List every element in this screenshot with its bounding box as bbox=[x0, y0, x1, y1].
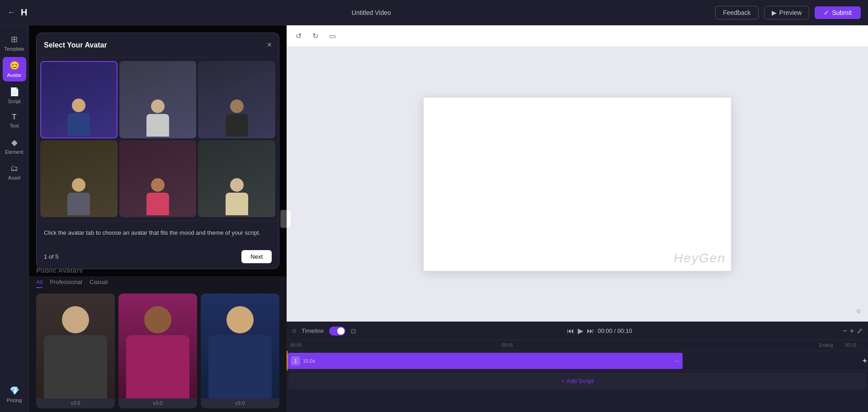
tab-all[interactable]: All bbox=[36, 279, 42, 288]
avatar-badge-2: v3.0 bbox=[153, 398, 163, 408]
avatar-badge-1: v3.0 bbox=[71, 398, 80, 408]
app-logo: H bbox=[21, 7, 27, 18]
back-button[interactable]: ← bbox=[7, 8, 15, 17]
text-icon: T bbox=[12, 113, 17, 121]
sidebar-item-asset[interactable]: 🗂 Asset bbox=[3, 160, 26, 184]
timeline-time: 00:00 / 00:10 bbox=[598, 327, 632, 334]
script-icon: 📄 bbox=[9, 87, 19, 97]
toggle-knob bbox=[337, 327, 344, 335]
sidebar-item-text[interactable]: T Text bbox=[3, 109, 26, 132]
popup-hint-text: Click the avatar tab to choose an avatar… bbox=[44, 228, 272, 237]
timeline-header: ≡ Timeline ⊡ ⏮ ▶ ⏭ 00:00 / 00:10 bbox=[287, 322, 868, 340]
scene-duration: 10.0s bbox=[303, 358, 315, 364]
scene-number: 1 bbox=[291, 356, 300, 365]
ruler-mark-1: 00:05 bbox=[502, 343, 513, 348]
avatar-grid bbox=[37, 57, 279, 221]
preview-button[interactable]: ▶ Preview bbox=[764, 6, 810, 19]
zoom-level: ⊙ bbox=[856, 308, 861, 314]
sidebar-item-template[interactable]: ⊞ Template bbox=[3, 31, 26, 55]
tab-casual[interactable]: Casual bbox=[90, 279, 108, 288]
heygen-watermark: HeyGen bbox=[674, 251, 726, 265]
avatar-thumb-5[interactable] bbox=[119, 140, 197, 218]
ending-label: Ending bbox=[819, 343, 833, 348]
template-icon: ⊞ bbox=[11, 34, 18, 44]
avatar-thumb-3[interactable] bbox=[198, 61, 275, 138]
ruler-mark-0: 00:00 bbox=[290, 343, 302, 348]
public-avatars-section: Public Avatars All Professional Casual v… bbox=[29, 266, 287, 412]
popup-steps: 1 of 5 bbox=[44, 253, 59, 260]
avatar-badge-3: v3.0 bbox=[236, 398, 245, 408]
avatar-cards: v3.0 v3.0 bbox=[36, 294, 279, 408]
popup-close-button[interactable]: × bbox=[267, 40, 272, 50]
add-script-label: Add Script bbox=[566, 378, 594, 384]
sidebar: ⊞ Template 😊 Avatar 📄 Script T Text ◆ El… bbox=[0, 25, 29, 412]
sidebar-label-element: Element bbox=[5, 149, 23, 155]
popup-title: Select Your Avatar bbox=[44, 41, 107, 49]
aspect-ratio-button[interactable]: ▭ bbox=[326, 30, 340, 42]
avatar-card-3[interactable]: v3.0 bbox=[201, 294, 279, 408]
asset-icon: 🗂 bbox=[10, 164, 19, 173]
sidebar-label-asset: Asset bbox=[8, 175, 21, 180]
scene-block[interactable]: 1 10.0s ··· bbox=[288, 353, 683, 369]
scene-more-button[interactable]: ··· bbox=[674, 357, 679, 364]
sidebar-item-avatar[interactable]: 😊 Avatar bbox=[3, 57, 26, 81]
undo-button[interactable]: ↺ bbox=[292, 30, 305, 42]
sidebar-item-element[interactable]: ◆ Element bbox=[3, 134, 26, 158]
canvas-viewport: HeyGen ⊙ bbox=[287, 47, 868, 322]
timeline-ruler: 00:00 00:05 Ending 00:15 bbox=[287, 340, 868, 351]
skip-start-button[interactable]: ⏮ bbox=[567, 327, 574, 335]
avatar-card-1[interactable]: v3.0 bbox=[36, 294, 115, 408]
left-panel: Select Your Avatar × bbox=[29, 25, 287, 412]
play-button[interactable]: ▶ bbox=[578, 327, 583, 335]
timeline-tracks: 00:00 00:05 Ending 00:15 1 10.0 bbox=[287, 340, 868, 412]
timeline-area: ≡ Timeline ⊡ ⏮ ▶ ⏭ 00:00 / 00:10 bbox=[287, 322, 868, 412]
timeline-toggle[interactable] bbox=[329, 327, 345, 336]
canvas-toolbar: ↺ ↻ ▭ bbox=[287, 25, 868, 47]
sidebar-label-template: Template bbox=[4, 46, 24, 52]
timeline-controls: ⏮ ▶ ⏭ 00:00 / 00:10 bbox=[567, 327, 632, 335]
avatar-card-2[interactable]: v3.0 bbox=[118, 294, 197, 408]
add-script-row[interactable]: + Add Script bbox=[288, 373, 866, 389]
avatar-thumb-6[interactable] bbox=[198, 140, 275, 218]
timeline-label: Timeline bbox=[302, 327, 324, 334]
zoom-out-button[interactable]: − bbox=[843, 327, 847, 335]
plus-icon: + bbox=[561, 378, 565, 384]
zoom-in-button[interactable]: + bbox=[850, 327, 854, 335]
popup-hint: Click the avatar tab to choose an avatar… bbox=[37, 221, 279, 245]
sidebar-label-avatar: Avatar bbox=[7, 72, 22, 78]
storyboard-icon[interactable]: ⊡ bbox=[351, 327, 356, 335]
sidebar-item-pricing[interactable]: 💎 Pricing bbox=[3, 382, 26, 407]
avatar-icon: 😊 bbox=[9, 61, 19, 71]
avatar-thumb-4[interactable] bbox=[40, 140, 118, 218]
popup-box: Select Your Avatar × bbox=[36, 33, 279, 269]
skip-end-button[interactable]: ⏭ bbox=[587, 327, 594, 335]
sidebar-label-script: Script bbox=[8, 99, 20, 104]
pricing-icon: 💎 bbox=[9, 386, 19, 396]
play-icon: ▶ bbox=[772, 9, 777, 16]
topbar-right: Feedback ▶ Preview ✓ Submit bbox=[715, 6, 861, 19]
popup-footer: 1 of 5 Next bbox=[37, 245, 279, 269]
avatar-tabs: All Professional Casual bbox=[36, 279, 279, 288]
avatar-thumb-2[interactable] bbox=[119, 61, 197, 138]
drag-handle-icon[interactable]: ≡ bbox=[292, 327, 296, 335]
next-button[interactable]: Next bbox=[241, 250, 272, 263]
expand-button[interactable]: ⤢ bbox=[857, 327, 863, 335]
timeline-zoom: − + ⤢ bbox=[843, 327, 863, 335]
topbar-left: ← H bbox=[7, 7, 27, 18]
canvas-frame: HeyGen bbox=[424, 98, 731, 271]
submit-button[interactable]: ✓ Submit bbox=[815, 6, 861, 19]
tab-professional[interactable]: Professional bbox=[50, 279, 82, 288]
avatar-popup: Select Your Avatar × bbox=[29, 25, 287, 276]
sidebar-item-script[interactable]: 📄 Script bbox=[3, 83, 26, 108]
sidebar-label-pricing: Pricing bbox=[7, 398, 22, 403]
redo-button[interactable]: ↻ bbox=[309, 30, 322, 42]
right-area: ‹ ↺ ↻ ▭ HeyGen ⊙ ≡ Timeline bbox=[287, 25, 868, 412]
check-icon: ✓ bbox=[824, 9, 829, 16]
popup-header: Select Your Avatar × bbox=[37, 33, 279, 57]
feedback-button[interactable]: Feedback bbox=[715, 6, 758, 19]
sidebar-label-text: Text bbox=[9, 123, 19, 128]
add-scene-button[interactable]: + bbox=[862, 356, 867, 365]
avatar-thumb-1[interactable] bbox=[40, 61, 118, 138]
timeline-header-left: ≡ Timeline ⊡ bbox=[292, 327, 356, 336]
ruler-mark-2: 00:15 bbox=[845, 343, 856, 348]
